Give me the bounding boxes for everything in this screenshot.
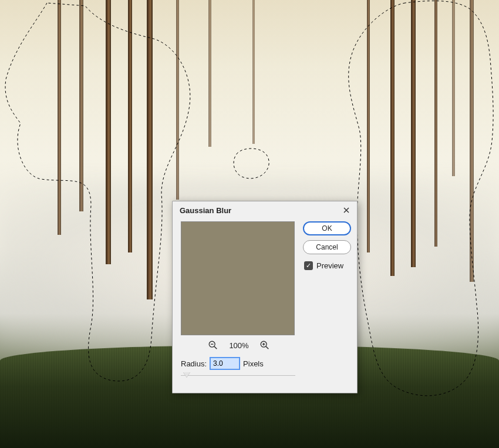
- close-icon[interactable]: [340, 204, 352, 216]
- zoom-level: 100%: [229, 341, 248, 350]
- gaussian-blur-dialog: Gaussian Blur 100% Radius: Pixels: [172, 201, 358, 393]
- dialog-title: Gaussian Blur: [180, 206, 231, 215]
- radius-slider-thumb[interactable]: [183, 372, 190, 378]
- dialog-titlebar[interactable]: Gaussian Blur: [173, 201, 357, 219]
- filter-preview-thumbnail[interactable]: [181, 221, 295, 335]
- radius-units: Pixels: [243, 359, 264, 368]
- cancel-button[interactable]: Cancel: [303, 240, 351, 254]
- zoom-out-icon[interactable]: [208, 340, 218, 351]
- zoom-in-icon[interactable]: [259, 340, 270, 351]
- radius-label: Radius:: [181, 359, 207, 368]
- radius-slider[interactable]: [181, 375, 295, 383]
- svg-line-1: [214, 346, 217, 349]
- preview-checkbox[interactable]: ✓: [304, 261, 313, 270]
- preview-label: Preview: [316, 261, 343, 270]
- ok-button[interactable]: OK: [303, 221, 351, 235]
- svg-line-4: [266, 346, 268, 349]
- radius-input[interactable]: [210, 358, 240, 369]
